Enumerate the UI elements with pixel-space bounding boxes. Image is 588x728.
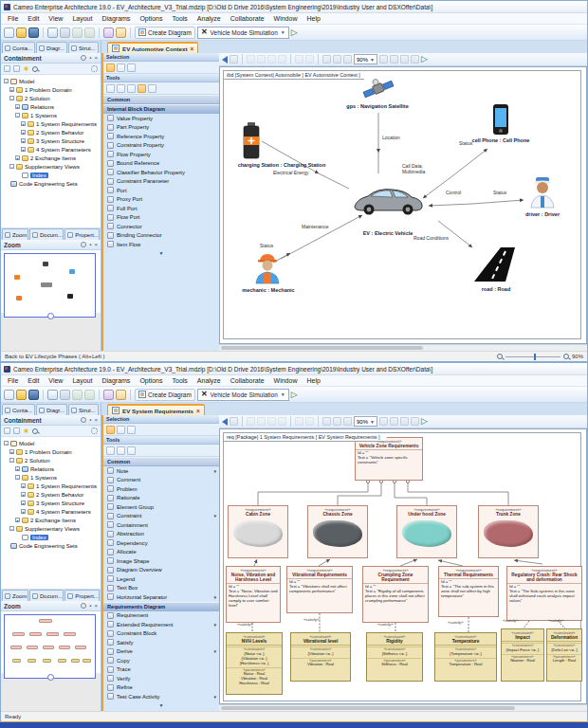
zoom-slider[interactable] bbox=[505, 356, 560, 357]
show-parents-icon[interactable] bbox=[257, 417, 266, 426]
close-tab-icon[interactable]: × bbox=[191, 46, 194, 52]
menu-item[interactable]: File bbox=[3, 377, 23, 384]
palette-item[interactable]: Copy bbox=[103, 656, 219, 665]
palette-item[interactable]: Legend bbox=[103, 574, 219, 584]
zoom-fit-icon[interactable] bbox=[343, 417, 352, 426]
expander-icon[interactable]: + bbox=[9, 87, 14, 92]
tree-item[interactable]: - 1 Systems bbox=[1, 473, 101, 482]
new-project-icon[interactable] bbox=[4, 27, 14, 38]
zoom-preview[interactable] bbox=[1, 611, 101, 711]
palette-item[interactable]: Abstraction bbox=[103, 530, 219, 539]
menu-item[interactable]: Window bbox=[269, 15, 303, 22]
panel-tab[interactable]: Propert... bbox=[64, 590, 100, 601]
zoom-fit-icon[interactable] bbox=[343, 55, 352, 64]
palette-section-header[interactable]: Internal Block Diagram bbox=[103, 104, 219, 114]
node-charging-station[interactable] bbox=[241, 120, 262, 164]
document-tab-active[interactable]: EV System Requirements × bbox=[107, 404, 205, 415]
menu-item[interactable]: Tools bbox=[168, 377, 193, 384]
palette-item[interactable]: Connector bbox=[103, 222, 219, 231]
expander-icon[interactable]: + bbox=[15, 518, 20, 522]
constraint-box[interactable]: «constraint» Temperature «constraints» {… bbox=[434, 632, 497, 682]
marquee-tool-icon[interactable] bbox=[127, 426, 136, 434]
simulation-config-combo[interactable]: ✕ Vehicle Mode Simulation ▼ bbox=[197, 389, 289, 401]
requirement-box[interactable]: «requirement» Noise, Vibration and Harsh… bbox=[226, 566, 281, 623]
menu-item[interactable]: Diagrams bbox=[97, 15, 135, 22]
swimlane-tool-icon[interactable] bbox=[127, 446, 136, 455]
node-mechanic[interactable] bbox=[252, 251, 283, 289]
palette-item[interactable]: Dependency bbox=[103, 538, 219, 548]
grid-icon[interactable] bbox=[379, 417, 388, 426]
requirement-box-root[interactable]: «requirement» Vehicle Zone Requirements … bbox=[355, 437, 423, 481]
palette-item[interactable]: Problem bbox=[103, 484, 219, 494]
constraint-box[interactable]: «constraint» NVH Levels «constraints» {N… bbox=[226, 632, 283, 695]
expander-icon[interactable]: + bbox=[21, 509, 26, 514]
menu-item[interactable]: Analyze bbox=[193, 15, 226, 22]
magnet-tool-icon[interactable] bbox=[117, 446, 125, 455]
grid-icon[interactable] bbox=[379, 55, 388, 64]
tree-item[interactable]: - Model bbox=[1, 77, 101, 85]
palette-item[interactable]: Constraint Block bbox=[103, 629, 219, 639]
align-tool-icon[interactable] bbox=[106, 446, 115, 455]
palette-item[interactable]: Element Group bbox=[103, 502, 219, 512]
requirement-zone-box[interactable]: «requirement» Trunk Zone bbox=[478, 505, 539, 558]
tree-item[interactable]: - Supplementary Views bbox=[1, 162, 101, 171]
requirement-zone-box[interactable]: «requirement» Chassis Zone bbox=[307, 505, 368, 558]
undo-icon[interactable] bbox=[72, 390, 83, 400]
tree-item[interactable]: + 1 System Requirements bbox=[1, 119, 101, 128]
run-icon[interactable]: ▷ bbox=[421, 55, 428, 64]
scrollbar-thumb[interactable] bbox=[221, 346, 423, 350]
tree-item[interactable]: - 2 Solution bbox=[1, 94, 101, 102]
expander-icon[interactable]: + bbox=[21, 121, 26, 126]
align-icon[interactable] bbox=[305, 55, 314, 64]
palette-item[interactable]: Rationale bbox=[103, 494, 219, 503]
constraint-box[interactable]: «constraint» Vibrational level «constrai… bbox=[290, 632, 351, 682]
palette-section-header[interactable]: Common bbox=[103, 95, 219, 104]
palette-item[interactable]: Full Port bbox=[103, 204, 219, 213]
run-simulation-icon[interactable]: ▷ bbox=[291, 28, 298, 37]
search-icon[interactable] bbox=[32, 66, 38, 72]
tree-item[interactable]: + 4 System Parameters bbox=[1, 507, 101, 516]
show-parents-icon[interactable] bbox=[257, 55, 266, 64]
document-tab-active[interactable]: EV Automotive Context × bbox=[107, 42, 198, 53]
menu-item[interactable]: Help bbox=[302, 15, 324, 22]
menu-item[interactable]: File bbox=[3, 15, 23, 22]
refresh-icon[interactable] bbox=[81, 417, 86, 423]
zoom-preview[interactable] bbox=[1, 250, 101, 351]
layout-icon[interactable] bbox=[295, 55, 303, 64]
palette-item[interactable]: Verify bbox=[103, 674, 219, 683]
open-project-icon[interactable] bbox=[16, 27, 27, 38]
palette-item[interactable]: Extended Requirement bbox=[103, 620, 219, 629]
show-dependencies-icon[interactable] bbox=[247, 417, 255, 426]
magnet-tool-icon[interactable] bbox=[117, 84, 125, 93]
panel-tab[interactable]: Docum... bbox=[29, 228, 64, 240]
tree-item[interactable]: + 1 System Requirements bbox=[1, 482, 101, 490]
tree-item[interactable]: + 1 Problem Domain bbox=[1, 85, 101, 94]
gear-icon[interactable] bbox=[400, 417, 409, 426]
expander-icon[interactable]: - bbox=[15, 475, 20, 480]
palette-item[interactable]: Diagram Overview bbox=[103, 566, 219, 575]
requirement-box[interactable]: «requirement» Crumpling Zone Requirement… bbox=[362, 566, 429, 623]
menu-item[interactable]: Layout bbox=[67, 377, 97, 384]
pin-icon[interactable]: ▪ bbox=[89, 55, 91, 61]
validation-icon[interactable] bbox=[103, 27, 114, 38]
zoom-out-icon[interactable] bbox=[333, 55, 341, 64]
forward-icon[interactable] bbox=[230, 55, 238, 64]
close-icon[interactable]: × bbox=[94, 242, 98, 247]
gear-icon[interactable] bbox=[400, 55, 409, 64]
panel-tab[interactable]: Strut... bbox=[68, 42, 99, 53]
palette-item[interactable]: Image Shape bbox=[103, 556, 219, 566]
menu-item[interactable]: Options bbox=[135, 377, 167, 384]
redo-icon[interactable] bbox=[84, 390, 95, 400]
tree-item[interactable]: - Model bbox=[1, 439, 101, 447]
zoom-level-combo[interactable]: 90%▼ bbox=[354, 54, 377, 64]
marquee-tool-icon[interactable] bbox=[127, 64, 136, 72]
panel-tab[interactable]: Strut... bbox=[68, 404, 99, 415]
expander-icon[interactable]: - bbox=[9, 458, 14, 463]
expander-icon[interactable]: + bbox=[21, 483, 26, 488]
validation-icon[interactable] bbox=[103, 390, 114, 400]
node-cell-phone[interactable] bbox=[491, 103, 510, 139]
palette-item[interactable]: Note bbox=[103, 466, 219, 476]
expander-icon[interactable]: + bbox=[21, 147, 26, 152]
tree-item[interactable]: - 1 Systems bbox=[1, 111, 101, 119]
tree-item[interactable]: + 3 System Structure bbox=[1, 499, 101, 507]
